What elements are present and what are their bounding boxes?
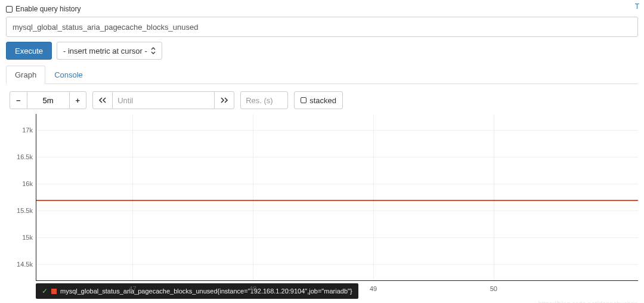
y-grid-line — [36, 157, 638, 157]
stacked-label: stacked — [309, 96, 336, 105]
top-right-indicator: T — [635, 2, 639, 11]
legend-swatch — [51, 289, 57, 294]
enable-history-toggle[interactable]: Enable query history — [6, 5, 638, 13]
x-tick-label: 50 — [490, 285, 497, 292]
time-back-button[interactable] — [92, 91, 113, 109]
y-grid-line — [36, 237, 638, 238]
graph-controls: − + stacked — [6, 89, 638, 114]
chart-area: 14.5k15k15.5k16k16.5k17k47484950 ✓ mysql… — [6, 114, 638, 303]
double-chevron-left-icon — [99, 96, 106, 105]
select-caret-icon — [151, 47, 156, 54]
y-tick-label: 17k — [8, 126, 33, 134]
y-grid-line — [36, 130, 638, 131]
stacked-toggle[interactable]: stacked — [294, 91, 343, 109]
x-grid-line — [494, 114, 494, 280]
query-input[interactable] — [6, 17, 638, 37]
y-tick-label: 14.5k — [8, 261, 33, 268]
time-until-group — [92, 91, 234, 109]
legend-item[interactable]: ✓ mysql_global_status_aria_pagecache_blo… — [36, 283, 358, 299]
x-grid-line — [253, 114, 253, 280]
range-increase-button[interactable]: + — [69, 91, 87, 109]
checkbox-icon — [6, 6, 13, 13]
legend-label: mysql_global_status_aria_pagecache_block… — [60, 287, 352, 295]
resolution-input[interactable] — [240, 91, 288, 109]
until-input[interactable] — [113, 91, 214, 109]
plus-icon: + — [76, 96, 80, 105]
check-icon: ✓ — [42, 287, 48, 295]
checkbox-icon — [301, 97, 306, 103]
minus-icon: − — [16, 96, 21, 105]
y-tick-label: 16k — [8, 180, 33, 187]
y-tick-label: 15k — [8, 234, 33, 241]
x-tick-label: 47 — [129, 285, 136, 292]
tab-console[interactable]: Console — [45, 66, 92, 84]
range-decrease-button[interactable]: − — [10, 91, 27, 109]
x-grid-line — [132, 114, 133, 280]
metric-insert-dropdown[interactable]: - insert metric at cursor - — [57, 42, 162, 60]
time-range-stepper: − + — [10, 91, 86, 109]
y-grid-line — [36, 184, 638, 184]
y-tick-label: 16.5k — [8, 153, 33, 160]
execute-button[interactable]: Execute — [6, 42, 52, 60]
x-tick-label: 48 — [249, 285, 256, 292]
y-grid-line — [36, 264, 638, 265]
series-line — [36, 200, 638, 201]
double-chevron-right-icon — [221, 96, 228, 105]
x-tick-label: 49 — [370, 285, 377, 292]
y-tick-label: 15.5k — [8, 207, 33, 214]
enable-history-label: Enable query history — [16, 5, 80, 13]
tab-graph[interactable]: Graph — [6, 66, 45, 84]
time-forward-button[interactable] — [214, 91, 234, 109]
range-input[interactable] — [27, 91, 69, 109]
x-grid-line — [373, 114, 374, 280]
view-tabs: Graph Console — [6, 66, 638, 84]
metric-insert-label: - insert metric at cursor - — [63, 47, 147, 55]
y-grid-line — [36, 211, 638, 211]
